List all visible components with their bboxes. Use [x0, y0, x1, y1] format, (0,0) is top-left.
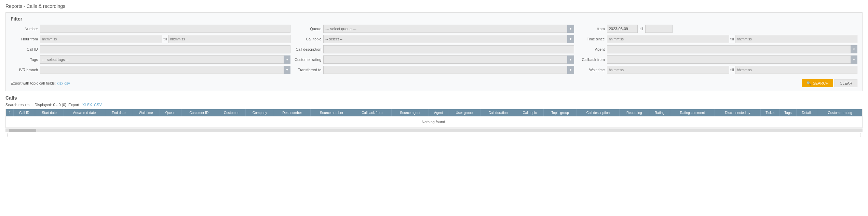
- tags-select-wrapper: --- select tags --- ▼: [40, 55, 290, 64]
- agent-select-wrapper: ▼: [607, 45, 857, 53]
- till-date-input[interactable]: [645, 25, 673, 33]
- search-icon: 🔍: [806, 81, 811, 86]
- customer-rating-select-wrapper: ▼: [323, 55, 574, 64]
- ivr-branch-row: IVR branch ▼: [11, 65, 290, 74]
- call-topic-label: Call topic: [294, 37, 321, 41]
- divider: |: [31, 103, 32, 107]
- time-since-label: Time since: [578, 37, 605, 41]
- results-export-xlsx-link[interactable]: XLSX: [82, 103, 92, 107]
- col-answered-date: Answered date: [64, 109, 105, 116]
- queue-select[interactable]: --- select queue ---: [323, 25, 574, 33]
- col-call-description: Call description: [577, 109, 619, 116]
- queue-label: Queue: [294, 27, 321, 31]
- col-customer-id: Customer ID: [181, 109, 217, 116]
- customer-rating-label: Customer rating: [294, 58, 321, 62]
- callback-from-select[interactable]: [607, 55, 857, 64]
- call-description-label: Call description: [294, 47, 321, 51]
- calls-table-wrapper: #Call IDStart dateAnswered dateEnd dateW…: [5, 109, 863, 128]
- export-xlsx-link[interactable]: xlsx: [57, 81, 63, 85]
- action-buttons: 🔍 SEARCH CLEAR: [802, 79, 857, 87]
- hour-from-end-input[interactable]: [168, 35, 290, 43]
- time-since-end-input[interactable]: [735, 35, 857, 43]
- wait-time-label: Wait time: [578, 68, 605, 72]
- time-since-till-label: till: [730, 37, 734, 41]
- search-button[interactable]: 🔍 SEARCH: [802, 79, 833, 87]
- call-id-row: Call ID: [11, 45, 290, 54]
- till-label: till: [640, 27, 643, 31]
- scroll-thumb[interactable]: [9, 129, 36, 132]
- col-user-group: User group: [448, 109, 480, 116]
- col-wait-time: Wait time: [132, 109, 160, 116]
- nothing-found-cell: Nothing found.: [6, 116, 862, 128]
- col-dest-number: Dest number: [274, 109, 310, 116]
- ivr-branch-select-wrapper: ▼: [40, 66, 290, 74]
- export-line: Export with topic call fields: xlsx csv: [11, 81, 70, 85]
- from-date-input[interactable]: 2023-03-09: [607, 25, 638, 33]
- hour-from-label: Hour from: [11, 37, 38, 41]
- calls-section: Calls Search results | Displayed: 0 - 0 …: [5, 95, 863, 138]
- tags-label: Tags: [11, 58, 38, 62]
- call-topic-row: Call topic -- select -- ▼: [294, 35, 574, 43]
- call-topic-select[interactable]: -- select --: [323, 35, 574, 43]
- queue-select-wrapper: --- select queue --- ▼: [323, 25, 574, 33]
- filter-title: Filter: [11, 16, 857, 22]
- page-title: Reports - Calls & recordings: [5, 3, 863, 9]
- scroll-bar[interactable]: [5, 128, 863, 132]
- callback-from-select-wrapper: ▼: [607, 55, 857, 64]
- col-queue: Queue: [160, 109, 181, 116]
- col-ticket: Ticket: [760, 109, 780, 116]
- nav-arrows: 〈 〉: [5, 132, 863, 138]
- callback-from-label: Callback from: [578, 58, 605, 62]
- clear-button[interactable]: CLEAR: [835, 79, 857, 87]
- col-start-date: Start date: [35, 109, 64, 116]
- calls-table: #Call IDStart dateAnswered dateEnd dateW…: [6, 109, 862, 128]
- agent-select[interactable]: [607, 45, 857, 53]
- queue-field-row: Queue --- select queue --- ▼: [294, 24, 574, 33]
- calls-title: Calls: [5, 95, 863, 101]
- col-end-date: End date: [105, 109, 132, 116]
- number-input[interactable]: [40, 25, 290, 33]
- call-topic-select-wrapper: -- select -- ▼: [323, 35, 574, 43]
- col-company: Company: [246, 109, 274, 116]
- scroll-track: [5, 129, 863, 132]
- callback-from-row: Callback from ▼: [578, 55, 857, 64]
- col-tags: Tags: [780, 109, 796, 116]
- wait-time-row: Wait time till: [578, 65, 857, 74]
- number-field-row: Number: [11, 24, 290, 33]
- search-button-label: SEARCH: [813, 81, 828, 85]
- tags-select[interactable]: --- select tags ---: [40, 55, 290, 64]
- ivr-branch-select[interactable]: [40, 66, 290, 74]
- time-since-start-input[interactable]: [607, 35, 729, 43]
- agent-label: Agent: [578, 47, 605, 51]
- customer-rating-select[interactable]: [323, 55, 574, 64]
- transferred-to-select[interactable]: [323, 66, 574, 74]
- date-range-row: from 2023-03-09 till: [578, 24, 857, 33]
- col-rating-comment: Rating comment: [670, 109, 715, 116]
- search-results-label: Search results: [5, 103, 29, 107]
- transferred-to-select-wrapper: ▼: [323, 66, 574, 74]
- wait-time-end-input[interactable]: [735, 66, 857, 74]
- results-export-csv-link[interactable]: CSV: [94, 103, 102, 107]
- nothing-found-row: Nothing found.: [6, 116, 862, 128]
- call-id-label: Call ID: [11, 47, 38, 51]
- col-recording: Recording: [619, 109, 649, 116]
- call-description-input[interactable]: [323, 45, 574, 53]
- hour-from-start-input[interactable]: [40, 35, 162, 43]
- call-description-row: Call description: [294, 45, 574, 54]
- time-since-range: till: [607, 35, 857, 43]
- ivr-branch-label: IVR branch: [11, 68, 38, 72]
- tags-row: Tags --- select tags --- ▼: [11, 55, 290, 64]
- nav-left-arrow[interactable]: 〈: [7, 133, 8, 137]
- number-label: Number: [11, 27, 38, 31]
- export-line-text: Export with topic call fields:: [11, 81, 56, 85]
- col-call-id: Call ID: [14, 109, 35, 116]
- hour-from-range: till: [40, 35, 290, 43]
- wait-time-start-input[interactable]: [607, 66, 729, 74]
- col-agent: Agent: [429, 109, 448, 116]
- call-id-input[interactable]: [40, 45, 290, 53]
- transferred-to-row: Transferred to ▼: [294, 65, 574, 74]
- nav-right-arrow[interactable]: 〉: [860, 133, 861, 137]
- col-call-topic: Call topic: [516, 109, 544, 116]
- export-csv-link[interactable]: csv: [64, 81, 70, 85]
- table-header-row: #Call IDStart dateAnswered dateEnd dateW…: [6, 109, 862, 116]
